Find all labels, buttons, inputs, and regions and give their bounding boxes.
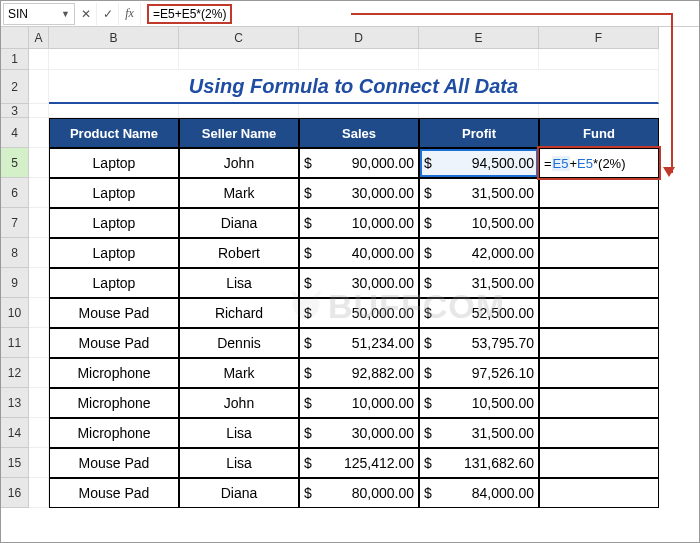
cell-fund[interactable]: [539, 208, 659, 238]
cell-profit[interactable]: $42,000.00: [419, 238, 539, 268]
row-header[interactable]: 2: [1, 70, 29, 104]
formula-input[interactable]: =E5+E5*(2%): [141, 3, 699, 25]
cell-product[interactable]: Mouse Pad: [49, 448, 179, 478]
row-header[interactable]: 10: [1, 298, 29, 328]
cell-seller[interactable]: Mark: [179, 178, 299, 208]
cell-seller[interactable]: Diana: [179, 208, 299, 238]
cell-sales[interactable]: $125,412.00: [299, 448, 419, 478]
cell-fund[interactable]: [539, 298, 659, 328]
cell[interactable]: [539, 104, 659, 118]
col-header[interactable]: F: [539, 27, 659, 49]
col-header[interactable]: D: [299, 27, 419, 49]
cell-profit[interactable]: $31,500.00: [419, 418, 539, 448]
cell-profit[interactable]: $94,500.00: [419, 148, 539, 178]
cell-fund-editing[interactable]: =E5+E5*(2%): [539, 148, 659, 178]
cell[interactable]: [29, 49, 49, 70]
name-box-dropdown-icon[interactable]: ▼: [61, 9, 70, 19]
table-header-sales[interactable]: Sales: [299, 118, 419, 148]
row-header[interactable]: 14: [1, 418, 29, 448]
cell-seller[interactable]: Dennis: [179, 328, 299, 358]
cell-product[interactable]: Laptop: [49, 208, 179, 238]
cell-product[interactable]: Laptop: [49, 268, 179, 298]
row-header[interactable]: 12: [1, 358, 29, 388]
cell-product[interactable]: Mouse Pad: [49, 478, 179, 508]
cell-profit[interactable]: $31,500.00: [419, 178, 539, 208]
cell-profit[interactable]: $131,682.60: [419, 448, 539, 478]
cell-product[interactable]: Mouse Pad: [49, 328, 179, 358]
cell-fund[interactable]: [539, 328, 659, 358]
cell-product[interactable]: Microphone: [49, 388, 179, 418]
cell-fund[interactable]: [539, 388, 659, 418]
cell-sales[interactable]: $80,000.00: [299, 478, 419, 508]
cell-fund[interactable]: [539, 268, 659, 298]
cell-fund[interactable]: [539, 478, 659, 508]
cell[interactable]: [29, 178, 49, 208]
cell-seller[interactable]: John: [179, 388, 299, 418]
cell-seller[interactable]: Lisa: [179, 448, 299, 478]
cell[interactable]: [49, 104, 179, 118]
col-header[interactable]: E: [419, 27, 539, 49]
cell-sales[interactable]: $30,000.00: [299, 268, 419, 298]
cell-seller[interactable]: Richard: [179, 298, 299, 328]
cell[interactable]: [299, 49, 419, 70]
cell-profit[interactable]: $10,500.00: [419, 388, 539, 418]
cell-sales[interactable]: $92,882.00: [299, 358, 419, 388]
cell[interactable]: [29, 238, 49, 268]
row-header[interactable]: 6: [1, 178, 29, 208]
table-header-profit[interactable]: Profit: [419, 118, 539, 148]
cell[interactable]: [419, 104, 539, 118]
fx-icon[interactable]: fx: [119, 3, 141, 25]
cell-sales[interactable]: $10,000.00: [299, 388, 419, 418]
cell[interactable]: [29, 104, 49, 118]
name-box[interactable]: SIN ▼: [3, 3, 75, 25]
row-header[interactable]: 5: [1, 148, 29, 178]
cell[interactable]: [179, 104, 299, 118]
cell[interactable]: [299, 104, 419, 118]
cell-product[interactable]: Laptop: [49, 178, 179, 208]
cell-profit[interactable]: $10,500.00: [419, 208, 539, 238]
cell-sales[interactable]: $10,000.00: [299, 208, 419, 238]
table-header-fund[interactable]: Fund: [539, 118, 659, 148]
cell-seller[interactable]: Mark: [179, 358, 299, 388]
cell[interactable]: [29, 448, 49, 478]
cell-sales[interactable]: $30,000.00: [299, 418, 419, 448]
col-header[interactable]: A: [29, 27, 49, 49]
cell-product[interactable]: Microphone: [49, 418, 179, 448]
row-header[interactable]: 1: [1, 49, 29, 70]
cell[interactable]: [419, 49, 539, 70]
cell-fund[interactable]: [539, 178, 659, 208]
cell[interactable]: [49, 49, 179, 70]
cell[interactable]: [29, 418, 49, 448]
cell[interactable]: [29, 70, 49, 104]
cell-product[interactable]: Microphone: [49, 358, 179, 388]
cell-seller[interactable]: Diana: [179, 478, 299, 508]
enter-icon[interactable]: ✓: [97, 3, 119, 25]
cell-profit[interactable]: $52,500.00: [419, 298, 539, 328]
row-header[interactable]: 13: [1, 388, 29, 418]
cell-fund[interactable]: [539, 238, 659, 268]
col-header[interactable]: B: [49, 27, 179, 49]
cell[interactable]: [539, 49, 659, 70]
row-header[interactable]: 3: [1, 104, 29, 118]
row-header[interactable]: 9: [1, 268, 29, 298]
cell-seller[interactable]: John: [179, 148, 299, 178]
cell[interactable]: [179, 49, 299, 70]
cancel-icon[interactable]: ✕: [75, 3, 97, 25]
row-header[interactable]: 8: [1, 238, 29, 268]
cell-sales[interactable]: $50,000.00: [299, 298, 419, 328]
row-header[interactable]: 16: [1, 478, 29, 508]
cell[interactable]: [29, 148, 49, 178]
cell[interactable]: [29, 328, 49, 358]
cell[interactable]: [29, 118, 49, 148]
cell[interactable]: [29, 358, 49, 388]
cell[interactable]: [29, 298, 49, 328]
cell[interactable]: [29, 478, 49, 508]
cell-seller[interactable]: Robert: [179, 238, 299, 268]
cell-fund[interactable]: [539, 418, 659, 448]
cell-profit[interactable]: $97,526.10: [419, 358, 539, 388]
cell-product[interactable]: Laptop: [49, 238, 179, 268]
select-all-corner[interactable]: [1, 27, 29, 49]
col-header[interactable]: C: [179, 27, 299, 49]
cell[interactable]: [29, 268, 49, 298]
cell-product[interactable]: Laptop: [49, 148, 179, 178]
